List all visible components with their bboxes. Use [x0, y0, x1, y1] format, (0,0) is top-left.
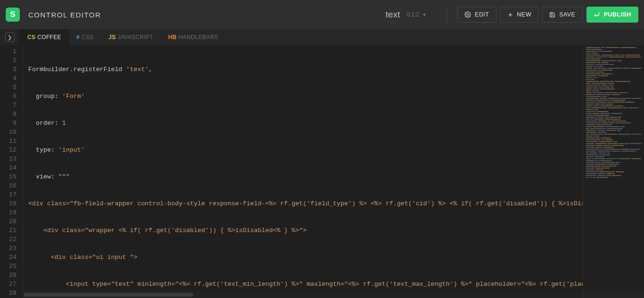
publish-icon	[594, 11, 600, 18]
line-number: 21	[0, 226, 17, 235]
code-text: 'Form'	[62, 93, 85, 100]
tab-css[interactable]: # CSS	[69, 29, 101, 45]
app-logo: S	[6, 8, 20, 22]
panel-toggle-button[interactable]: ❯	[0, 29, 20, 45]
code-text: <div class="fb-field-wrapper control-bod…	[28, 200, 583, 207]
tab-css-prefix: #	[76, 34, 80, 40]
line-number: 8	[0, 110, 17, 119]
tab-handlebars[interactable]: HB HANDLEBARS	[161, 29, 226, 45]
code-text: <div class="wrapper <% if( rf.get('disab…	[28, 227, 306, 234]
code-text: 'input'	[58, 146, 85, 153]
tab-coffee[interactable]: CS COFFEE	[20, 29, 69, 45]
line-number: 4	[0, 74, 17, 83]
publish-button[interactable]: PUBLISH	[586, 7, 638, 23]
line-number: 24	[0, 253, 17, 262]
tab-coffee-prefix: CS	[27, 34, 35, 40]
version-dropdown-caret[interactable]: ▼	[422, 12, 427, 17]
line-number: 7	[0, 101, 17, 110]
tab-css-label: CSS	[82, 34, 94, 40]
app-title: CONTROL EDITOR	[28, 11, 101, 19]
line-number: 14	[0, 163, 17, 172]
save-button-label: SAVE	[559, 11, 575, 18]
gear-icon	[464, 11, 471, 18]
edit-button[interactable]: EDIT	[457, 7, 496, 23]
code-text: 1	[62, 120, 66, 127]
tab-javascript[interactable]: JS JAVASCRIPT	[101, 29, 161, 45]
code-editor[interactable]: 1234567891011121314151617181920212223242…	[0, 45, 644, 298]
new-button-label: NEW	[517, 11, 532, 18]
editor-code-area[interactable]: Formbuilder.registerField 'text', group:…	[24, 45, 583, 298]
tab-js-prefix: JS	[108, 34, 116, 40]
document-name: text	[386, 9, 400, 20]
edit-button-label: EDIT	[475, 11, 489, 18]
editor-gutter: 1234567891011121314151617181920212223242…	[0, 45, 24, 298]
new-button[interactable]: NEW	[500, 7, 539, 23]
tab-js-label: JAVASCRIPT	[118, 34, 153, 40]
code-text: <div class="ui input ">	[28, 254, 137, 261]
line-number: 27	[0, 280, 17, 289]
horizontal-scrollbar[interactable]	[24, 291, 644, 298]
tab-coffee-label: COFFEE	[37, 34, 61, 40]
line-number: 20	[0, 217, 17, 226]
code-text: <input type="text" minlength="<%= rf.get…	[28, 281, 583, 288]
line-number: 22	[0, 235, 17, 244]
editor-minimap[interactable]	[583, 45, 644, 298]
app-header: S CONTROL EDITOR text 0.1.2 ▼ EDIT NEW S…	[0, 0, 644, 29]
line-number: 11	[0, 137, 17, 145]
line-number: 2	[0, 56, 17, 65]
line-number: 9	[0, 119, 17, 128]
line-number: 1	[0, 47, 17, 56]
app-logo-letter: S	[10, 10, 15, 19]
line-number: 12	[0, 145, 17, 154]
code-text: order:	[28, 120, 62, 127]
publish-button-label: PUBLISH	[604, 11, 631, 18]
vertical-divider	[446, 7, 447, 23]
document-version: 0.1.2	[406, 11, 419, 18]
code-text: ,	[149, 66, 152, 73]
line-number: 13	[0, 154, 17, 163]
plus-icon	[507, 12, 513, 18]
svg-point-0	[467, 14, 469, 16]
line-number: 25	[0, 262, 17, 271]
tabs-row: ❯ CS COFFEE # CSS JS JAVASCRIPT HB HANDL…	[0, 29, 644, 45]
line-number: 26	[0, 271, 17, 280]
line-number: 18	[0, 199, 17, 208]
code-text: 'text'	[126, 66, 149, 73]
tab-hb-prefix: HB	[168, 34, 177, 40]
code-text: Formbuilder.registerField	[28, 66, 126, 73]
code-text: """	[58, 173, 70, 180]
chevron-right-icon: ❯	[5, 32, 15, 42]
line-number: 6	[0, 92, 17, 101]
code-text: type:	[28, 146, 58, 153]
code-text: group:	[28, 93, 62, 100]
line-number: 19	[0, 208, 17, 217]
save-icon	[549, 12, 555, 18]
line-number: 3	[0, 65, 17, 74]
save-button[interactable]: SAVE	[542, 7, 582, 23]
horizontal-scrollbar-thumb[interactable]	[24, 293, 193, 297]
tab-hb-label: HANDLEBARS	[179, 34, 218, 40]
line-number: 23	[0, 244, 17, 253]
line-number: 10	[0, 128, 17, 137]
line-number: 28	[0, 289, 17, 298]
line-number: 16	[0, 181, 17, 190]
code-text: view:	[28, 173, 58, 180]
line-number: 17	[0, 190, 17, 199]
line-number: 5	[0, 83, 17, 92]
line-number: 15	[0, 172, 17, 181]
